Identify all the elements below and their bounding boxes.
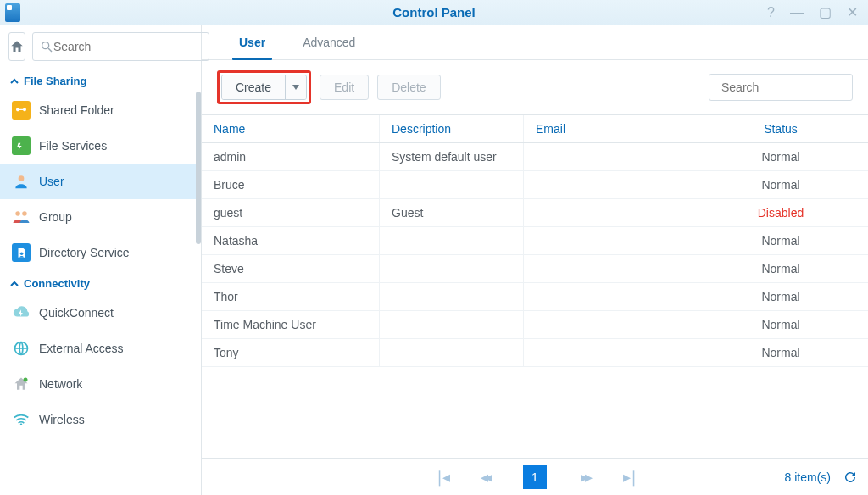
body: File Sharing Shared Folder File Services — [0, 25, 868, 495]
sidebar-item-label: File Services — [39, 139, 107, 153]
sidebar-item-wireless[interactable]: Wireless — [0, 402, 201, 437]
tab-advanced[interactable]: Advanced — [284, 25, 374, 59]
cell-description — [380, 339, 524, 366]
sidebar-item-file-services[interactable]: File Services — [0, 128, 201, 164]
sidebar-scrollbar[interactable] — [196, 92, 201, 244]
sidebar-search-input[interactable] — [53, 40, 202, 53]
filter-input[interactable] — [721, 81, 868, 94]
edit-button[interactable]: Edit — [320, 75, 369, 100]
cell-status: Normal — [693, 143, 868, 170]
main: User Advanced Create Edit Delete — [202, 25, 868, 495]
page-first-button[interactable]: ❘◂ — [433, 468, 447, 487]
delete-button[interactable]: Delete — [377, 75, 440, 100]
sidebar-item-label: QuickConnect — [39, 306, 114, 320]
nav-list-connectivity: QuickConnect External Access Network — [0, 295, 201, 437]
cell-description — [380, 283, 524, 310]
sidebar-search-row — [0, 25, 201, 68]
page-current: 1 — [523, 465, 547, 489]
cell-name: guest — [202, 199, 380, 226]
cell-email — [524, 339, 693, 366]
cell-email — [524, 283, 693, 310]
sidebar-item-group[interactable]: Group — [0, 199, 201, 235]
sidebar-item-external-access[interactable]: External Access — [0, 331, 201, 366]
create-dropdown-button[interactable] — [286, 75, 306, 99]
wireless-icon — [12, 410, 31, 429]
file-services-icon — [12, 136, 31, 155]
col-name[interactable]: Name — [202, 115, 380, 142]
svg-line-1 — [48, 48, 52, 52]
sidebar-item-label: Shared Folder — [39, 103, 114, 117]
table-row[interactable]: Time Machine UserNormal — [202, 311, 868, 339]
directory-service-icon — [12, 243, 31, 262]
cell-email — [524, 311, 693, 338]
table-row[interactable]: NatashaNormal — [202, 227, 868, 255]
sidebar-item-network[interactable]: Network — [0, 366, 201, 402]
table-body: adminSystem default userNormalBruceNorma… — [202, 143, 868, 367]
sidebar-item-directory-service[interactable]: Directory Service — [0, 235, 201, 270]
cell-email — [524, 143, 693, 170]
page-last-button[interactable]: ▸❘ — [623, 468, 637, 487]
refresh-button[interactable] — [843, 470, 858, 485]
cell-name: Natasha — [202, 227, 380, 254]
table-row[interactable]: guestGuestDisabled — [202, 199, 868, 227]
table-header: Name Description Email Status — [202, 114, 868, 143]
cell-description — [380, 311, 524, 338]
user-table: Name Description Email Status adminSyste… — [202, 114, 868, 458]
cell-description: Guest — [380, 199, 524, 226]
cell-name: Time Machine User — [202, 311, 380, 338]
cell-status: Disabled — [693, 199, 868, 226]
minimize-icon[interactable]: — — [787, 3, 807, 22]
cell-status: Normal — [693, 227, 868, 254]
maximize-icon[interactable]: ▢ — [815, 3, 835, 22]
section-file-sharing[interactable]: File Sharing — [0, 68, 201, 92]
table-row[interactable]: SteveNormal — [202, 255, 868, 283]
sidebar-item-shared-folder[interactable]: Shared Folder — [0, 92, 201, 128]
create-button[interactable]: Create — [222, 75, 286, 99]
cell-email — [524, 227, 693, 254]
sidebar-item-label: User — [39, 175, 64, 188]
col-email[interactable]: Email — [524, 115, 693, 142]
toolbar: Create Edit Delete — [202, 60, 868, 114]
col-description[interactable]: Description — [380, 115, 524, 142]
item-count: 8 item(s) — [785, 470, 831, 484]
external-access-icon — [12, 339, 31, 358]
cell-status: Normal — [693, 283, 868, 310]
help-icon[interactable]: ? — [764, 3, 778, 22]
home-icon — [9, 39, 25, 54]
table-row[interactable]: adminSystem default userNormal — [202, 143, 868, 171]
table-row[interactable]: TonyNormal — [202, 339, 868, 367]
filter-box[interactable] — [709, 74, 853, 101]
page-next-button[interactable]: ▸▸ — [581, 468, 589, 487]
create-highlight: Create — [217, 70, 311, 104]
cell-email — [524, 255, 693, 282]
sidebar-item-label: External Access — [39, 342, 124, 355]
table-row[interactable]: ThorNormal — [202, 283, 868, 311]
sidebar-search-box[interactable] — [32, 32, 209, 61]
user-icon — [12, 172, 31, 191]
cell-status: Normal — [693, 311, 868, 338]
sidebar-item-user[interactable]: User — [0, 164, 201, 199]
svg-point-5 — [20, 252, 23, 255]
cell-status: Normal — [693, 255, 868, 282]
col-status[interactable]: Status — [693, 115, 868, 142]
cell-status: Normal — [693, 339, 868, 366]
table-row[interactable]: BruceNormal — [202, 171, 868, 199]
sidebar-item-label: Network — [39, 377, 82, 391]
tabs: User Advanced — [202, 25, 868, 60]
tab-user[interactable]: User — [220, 25, 284, 59]
close-icon[interactable]: ✕ — [843, 3, 861, 22]
home-button[interactable] — [8, 32, 25, 61]
create-button-group: Create — [221, 75, 307, 100]
cell-description — [380, 227, 524, 254]
cell-email — [524, 171, 693, 198]
section-connectivity[interactable]: Connectivity — [0, 270, 201, 295]
svg-point-2 — [19, 175, 25, 181]
sidebar-item-quickconnect[interactable]: QuickConnect — [0, 295, 201, 331]
cell-description: System default user — [380, 143, 524, 170]
section-connectivity-label: Connectivity — [24, 277, 90, 290]
shared-folder-icon — [12, 101, 31, 120]
svg-point-4 — [22, 211, 27, 216]
page-prev-button[interactable]: ◂◂ — [481, 468, 489, 487]
svg-point-0 — [42, 42, 49, 49]
network-icon — [12, 375, 31, 393]
